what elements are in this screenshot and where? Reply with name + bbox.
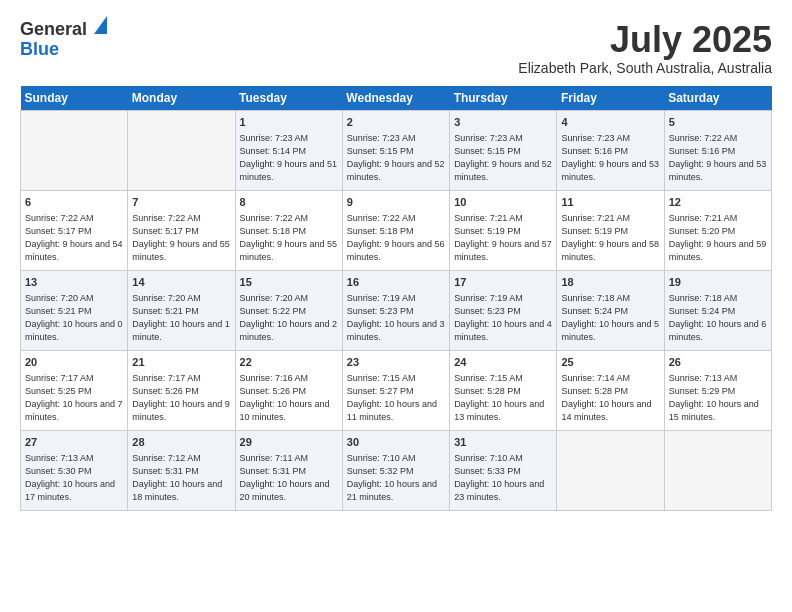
week-row-2: 6 Sunrise: 7:22 AMSunset: 5:17 PMDayligh… [21, 190, 772, 270]
calendar-cell: 30 Sunrise: 7:10 AMSunset: 5:32 PMDaylig… [342, 430, 449, 510]
calendar-cell: 13 Sunrise: 7:20 AMSunset: 5:21 PMDaylig… [21, 270, 128, 350]
calendar-cell: 18 Sunrise: 7:18 AMSunset: 5:24 PMDaylig… [557, 270, 664, 350]
weekday-header-saturday: Saturday [664, 86, 771, 111]
day-number: 5 [669, 115, 767, 130]
calendar-cell [557, 430, 664, 510]
day-info: Sunrise: 7:17 AMSunset: 5:26 PMDaylight:… [132, 372, 230, 424]
day-info: Sunrise: 7:23 AMSunset: 5:15 PMDaylight:… [347, 132, 445, 184]
calendar-cell: 12 Sunrise: 7:21 AMSunset: 5:20 PMDaylig… [664, 190, 771, 270]
weekday-header-wednesday: Wednesday [342, 86, 449, 111]
day-number: 27 [25, 435, 123, 450]
calendar-cell: 24 Sunrise: 7:15 AMSunset: 5:28 PMDaylig… [450, 350, 557, 430]
day-number: 6 [25, 195, 123, 210]
weekday-header-row: SundayMondayTuesdayWednesdayThursdayFrid… [21, 86, 772, 111]
calendar-cell: 25 Sunrise: 7:14 AMSunset: 5:28 PMDaylig… [557, 350, 664, 430]
calendar-cell: 2 Sunrise: 7:23 AMSunset: 5:15 PMDayligh… [342, 110, 449, 190]
day-info: Sunrise: 7:20 AMSunset: 5:22 PMDaylight:… [240, 292, 338, 344]
page-header: General Blue July 2025 Elizabeth Park, S… [20, 20, 772, 76]
day-info: Sunrise: 7:22 AMSunset: 5:17 PMDaylight:… [25, 212, 123, 264]
day-info: Sunrise: 7:18 AMSunset: 5:24 PMDaylight:… [669, 292, 767, 344]
day-number: 15 [240, 275, 338, 290]
calendar-cell: 7 Sunrise: 7:22 AMSunset: 5:17 PMDayligh… [128, 190, 235, 270]
day-info: Sunrise: 7:15 AMSunset: 5:28 PMDaylight:… [454, 372, 552, 424]
day-number: 28 [132, 435, 230, 450]
location-title: Elizabeth Park, South Australia, Austral… [518, 60, 772, 76]
day-info: Sunrise: 7:23 AMSunset: 5:15 PMDaylight:… [454, 132, 552, 184]
day-info: Sunrise: 7:14 AMSunset: 5:28 PMDaylight:… [561, 372, 659, 424]
day-info: Sunrise: 7:10 AMSunset: 5:32 PMDaylight:… [347, 452, 445, 504]
day-info: Sunrise: 7:12 AMSunset: 5:31 PMDaylight:… [132, 452, 230, 504]
day-number: 17 [454, 275, 552, 290]
day-info: Sunrise: 7:13 AMSunset: 5:29 PMDaylight:… [669, 372, 767, 424]
day-number: 9 [347, 195, 445, 210]
day-number: 12 [669, 195, 767, 210]
calendar-cell: 28 Sunrise: 7:12 AMSunset: 5:31 PMDaylig… [128, 430, 235, 510]
calendar-cell: 3 Sunrise: 7:23 AMSunset: 5:15 PMDayligh… [450, 110, 557, 190]
logo-blue: Blue [20, 39, 59, 59]
logo-general: General [20, 19, 87, 39]
day-number: 19 [669, 275, 767, 290]
calendar-cell: 5 Sunrise: 7:22 AMSunset: 5:16 PMDayligh… [664, 110, 771, 190]
day-info: Sunrise: 7:16 AMSunset: 5:26 PMDaylight:… [240, 372, 338, 424]
day-number: 20 [25, 355, 123, 370]
calendar-cell: 4 Sunrise: 7:23 AMSunset: 5:16 PMDayligh… [557, 110, 664, 190]
day-number: 24 [454, 355, 552, 370]
day-number: 10 [454, 195, 552, 210]
calendar-cell: 29 Sunrise: 7:11 AMSunset: 5:31 PMDaylig… [235, 430, 342, 510]
day-number: 8 [240, 195, 338, 210]
day-number: 7 [132, 195, 230, 210]
weekday-header-tuesday: Tuesday [235, 86, 342, 111]
weekday-header-sunday: Sunday [21, 86, 128, 111]
day-number: 31 [454, 435, 552, 450]
day-number: 13 [25, 275, 123, 290]
day-number: 2 [347, 115, 445, 130]
calendar-cell: 1 Sunrise: 7:23 AMSunset: 5:14 PMDayligh… [235, 110, 342, 190]
week-row-4: 20 Sunrise: 7:17 AMSunset: 5:25 PMDaylig… [21, 350, 772, 430]
day-info: Sunrise: 7:23 AMSunset: 5:14 PMDaylight:… [240, 132, 338, 184]
day-info: Sunrise: 7:20 AMSunset: 5:21 PMDaylight:… [132, 292, 230, 344]
weekday-header-thursday: Thursday [450, 86, 557, 111]
day-number: 29 [240, 435, 338, 450]
month-title: July 2025 [518, 20, 772, 60]
calendar-cell: 15 Sunrise: 7:20 AMSunset: 5:22 PMDaylig… [235, 270, 342, 350]
day-number: 18 [561, 275, 659, 290]
calendar-cell: 9 Sunrise: 7:22 AMSunset: 5:18 PMDayligh… [342, 190, 449, 270]
day-number: 21 [132, 355, 230, 370]
calendar-cell [21, 110, 128, 190]
day-info: Sunrise: 7:17 AMSunset: 5:25 PMDaylight:… [25, 372, 123, 424]
day-info: Sunrise: 7:22 AMSunset: 5:18 PMDaylight:… [347, 212, 445, 264]
day-info: Sunrise: 7:21 AMSunset: 5:19 PMDaylight:… [454, 212, 552, 264]
calendar-cell: 19 Sunrise: 7:18 AMSunset: 5:24 PMDaylig… [664, 270, 771, 350]
calendar-cell: 20 Sunrise: 7:17 AMSunset: 5:25 PMDaylig… [21, 350, 128, 430]
day-info: Sunrise: 7:18 AMSunset: 5:24 PMDaylight:… [561, 292, 659, 344]
logo: General Blue [20, 20, 107, 60]
calendar-cell [128, 110, 235, 190]
day-number: 26 [669, 355, 767, 370]
day-number: 22 [240, 355, 338, 370]
svg-marker-0 [94, 16, 107, 34]
day-number: 4 [561, 115, 659, 130]
day-number: 23 [347, 355, 445, 370]
day-number: 16 [347, 275, 445, 290]
calendar-cell: 17 Sunrise: 7:19 AMSunset: 5:23 PMDaylig… [450, 270, 557, 350]
day-info: Sunrise: 7:19 AMSunset: 5:23 PMDaylight:… [347, 292, 445, 344]
title-block: July 2025 Elizabeth Park, South Australi… [518, 20, 772, 76]
day-info: Sunrise: 7:15 AMSunset: 5:27 PMDaylight:… [347, 372, 445, 424]
calendar-cell: 8 Sunrise: 7:22 AMSunset: 5:18 PMDayligh… [235, 190, 342, 270]
day-info: Sunrise: 7:22 AMSunset: 5:17 PMDaylight:… [132, 212, 230, 264]
logo-icon [89, 16, 107, 34]
calendar-table: SundayMondayTuesdayWednesdayThursdayFrid… [20, 86, 772, 511]
calendar-cell: 21 Sunrise: 7:17 AMSunset: 5:26 PMDaylig… [128, 350, 235, 430]
day-info: Sunrise: 7:21 AMSunset: 5:20 PMDaylight:… [669, 212, 767, 264]
day-info: Sunrise: 7:20 AMSunset: 5:21 PMDaylight:… [25, 292, 123, 344]
day-number: 11 [561, 195, 659, 210]
day-number: 14 [132, 275, 230, 290]
day-info: Sunrise: 7:22 AMSunset: 5:16 PMDaylight:… [669, 132, 767, 184]
calendar-cell: 14 Sunrise: 7:20 AMSunset: 5:21 PMDaylig… [128, 270, 235, 350]
calendar-cell: 27 Sunrise: 7:13 AMSunset: 5:30 PMDaylig… [21, 430, 128, 510]
day-info: Sunrise: 7:13 AMSunset: 5:30 PMDaylight:… [25, 452, 123, 504]
calendar-cell: 16 Sunrise: 7:19 AMSunset: 5:23 PMDaylig… [342, 270, 449, 350]
day-number: 1 [240, 115, 338, 130]
weekday-header-friday: Friday [557, 86, 664, 111]
day-info: Sunrise: 7:19 AMSunset: 5:23 PMDaylight:… [454, 292, 552, 344]
